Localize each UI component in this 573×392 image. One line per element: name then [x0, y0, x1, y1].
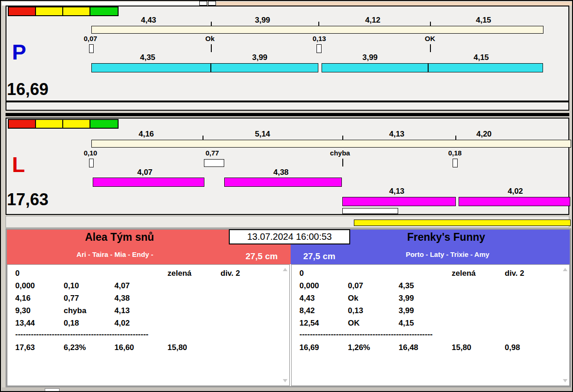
cell: ----------------------------------------… [15, 330, 64, 339]
cell: 3,99 [399, 294, 452, 303]
run-time-label: 4,15 [473, 53, 489, 62]
cell: 4,15 [399, 319, 452, 328]
window-top-strip [2, 2, 199, 6]
change-marker-box [316, 44, 322, 53]
team-right-dogs: Porto - Laty - Trixie - Amy [406, 250, 489, 258]
result-text-right[interactable]: 0zelenádiv. 2 0,0000,074,35 4,43Ok3,99 8… [291, 264, 570, 386]
team-right-name: Frenky's Funny [407, 231, 485, 244]
change-mark-label: 0,10 [84, 149, 97, 157]
cell: 16,60 [114, 343, 167, 352]
lane-p-letter: P [12, 42, 26, 63]
timestamp-box: 13.07.2024 16:00:53 [229, 229, 350, 244]
cell: 0 [15, 269, 64, 278]
scroll-up-arrow[interactable] [563, 268, 567, 271]
lane-l-total-time: 17,63 [7, 191, 48, 208]
run-bar [459, 197, 570, 206]
cell: zelená [167, 269, 221, 278]
cell: 0,07 [348, 281, 399, 291]
run-time-label: 4,35 [140, 53, 155, 62]
run-time-label: 3,99 [362, 53, 377, 62]
traffic-light-yellow-1 [36, 7, 63, 15]
table-row: 9,30chyba4,13 [7, 306, 289, 315]
run-time-label: 4,13 [389, 187, 404, 196]
table-row: 13,440,184,02 [7, 319, 289, 328]
split-time-label: 5,14 [255, 130, 270, 139]
cell: 0 [299, 269, 348, 278]
split-time-label: 4,43 [141, 16, 156, 25]
cell: 16,48 [399, 343, 452, 352]
table-row: 0,0000,104,07 [7, 281, 289, 291]
finish-highlight-bar [354, 220, 571, 226]
cell: 6,23% [64, 343, 114, 352]
run-bar [342, 197, 456, 206]
traffic-light-yellow-2 [63, 7, 90, 15]
window-fragment-box [199, 1, 207, 6]
split-time-label: 3,99 [255, 16, 270, 25]
scroll-up-arrow[interactable] [283, 268, 287, 271]
table-row: 8,420,133,99 [292, 306, 569, 315]
cell: Ok [348, 294, 399, 303]
run-time-label: 4,07 [137, 168, 152, 177]
change-marker-wide-box [204, 159, 224, 167]
scroll-down-arrow[interactable] [563, 379, 567, 382]
change-mark-label: 0,77 [205, 149, 219, 157]
table-row: 4,43Ok3,99 [292, 294, 569, 303]
traffic-light-green [90, 7, 118, 15]
run-bar [322, 63, 428, 72]
cell: 0,10 [64, 281, 114, 291]
change-mark-label: Ok [205, 35, 215, 42]
lane-p-total-time: 16,69 [7, 81, 48, 98]
result-text-left[interactable]: 0zelenádiv. 2 0,0000,104,07 4,160,774,38… [7, 264, 290, 386]
change-mark-label: 0,18 [448, 149, 461, 157]
traffic-light-yellow-1 [36, 120, 63, 128]
split-time-label: 4,13 [389, 130, 404, 139]
cell: zelená [452, 269, 505, 278]
change-marker-tick [430, 44, 431, 52]
cell: 0,18 [64, 319, 114, 328]
cell: div. 2 [505, 269, 555, 278]
cell: 15,80 [167, 343, 221, 352]
run-time-label: 4,02 [507, 187, 523, 196]
run-bar [91, 63, 211, 72]
split-time-label: 4,20 [476, 130, 491, 139]
cell: 0,13 [348, 306, 399, 315]
cell: 0,000 [15, 281, 64, 291]
run-time-label: 4,38 [273, 168, 288, 177]
table-row: 0zelenádiv. 2 [292, 269, 569, 278]
team-left-name: Alea Tým snů [85, 231, 154, 244]
cell: 4,16 [15, 294, 64, 303]
change-marker-tick [342, 159, 343, 166]
cell: 4,38 [114, 294, 167, 303]
table-row-separator: ----------------------------------------… [7, 330, 289, 339]
table-row-separator: ----------------------------------------… [292, 330, 569, 339]
cell: 9,30 [15, 306, 64, 315]
cell: 4,35 [399, 281, 452, 291]
change-marker-box [453, 159, 458, 167]
split-time-label: 4,12 [365, 16, 380, 25]
run-bar [211, 63, 318, 72]
intermediate-box [342, 208, 398, 214]
taskbar-strip [2, 387, 573, 392]
taskbar-item[interactable] [45, 388, 60, 392]
cell: 4,43 [299, 294, 348, 303]
split-time-label: 4,16 [138, 130, 154, 139]
traffic-light-yellow-2 [63, 120, 90, 128]
change-mark-label: 0,07 [84, 35, 97, 42]
timing-app-window: P 4,43 3,99 4,12 4,15 0,07 Ok 0,13 OK 4,… [0, 0, 573, 392]
run-bar [93, 178, 204, 187]
scroll-down-arrow[interactable] [283, 379, 287, 382]
team-right-height: 27,5 cm [303, 251, 335, 261]
cell: 15,80 [452, 343, 505, 352]
split-time-label: 4,15 [476, 16, 491, 25]
cell: 4,07 [114, 281, 167, 291]
change-marker-box [89, 159, 94, 167]
cell: 0,000 [299, 281, 348, 291]
lane-p-substrip [6, 101, 569, 111]
traffic-light-bar [8, 6, 119, 16]
traffic-light-red [9, 120, 36, 128]
cell: 3,99 [399, 306, 452, 315]
table-row: 0zelenádiv. 2 [7, 269, 289, 278]
cell: 17,63 [15, 343, 64, 352]
cell: 8,42 [299, 306, 348, 315]
table-row: 0,0000,074,35 [292, 281, 569, 291]
